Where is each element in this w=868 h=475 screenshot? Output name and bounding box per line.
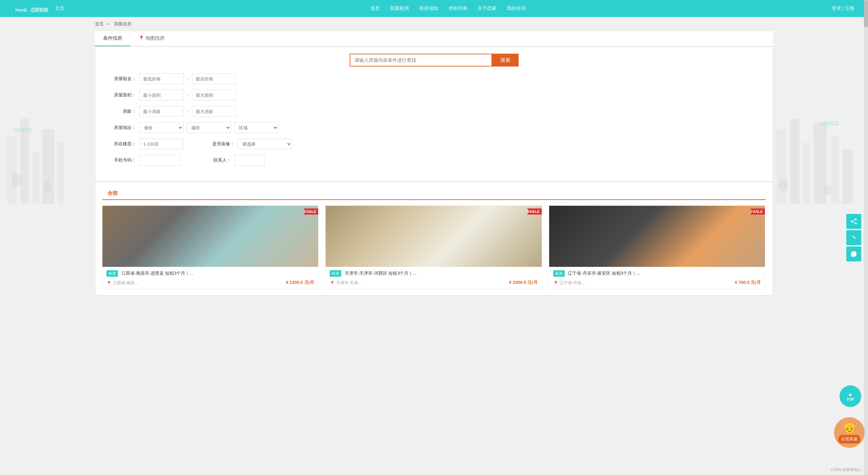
breadcrumb: 首页 > 我要租房	[0, 17, 868, 31]
scrollbar-thumb[interactable]	[864, 0, 868, 27]
tab-condition[interactable]: 条件找房	[95, 31, 130, 46]
tab-map[interactable]: 📍 地图找房	[130, 31, 173, 46]
header-left: HomE 恋家租租 北京	[14, 3, 64, 14]
search-button[interactable]: 搜索	[492, 54, 519, 67]
card-image: SALE	[326, 206, 541, 267]
header: HomE 恋家租租 北京 首页 我要租房 租前须知 求租列表 关于恋家 我的合同…	[0, 0, 868, 17]
card-info: 标准 辽宁省-丹东市-振安区 短租3个月｜... 📍 辽宁省-丹东... ¥ 7…	[549, 267, 765, 289]
card-location: 📍 天津市-天津...	[330, 280, 361, 286]
decoration-select[interactable]: 请选择	[238, 139, 292, 149]
rent-max-input[interactable]	[192, 73, 236, 84]
note-button[interactable]: ✎	[846, 230, 861, 245]
svg-point-2	[855, 222, 857, 224]
card-image: SALE	[102, 206, 318, 267]
card-image: SALE	[549, 206, 765, 267]
area-filter-row: 房屋面积： -	[109, 90, 759, 101]
decoration-label: 是否装修：	[211, 141, 234, 147]
main-nav: 首页 我要租房 租前须知 求租列表 关于恋家 我的合同	[370, 5, 526, 12]
age-label: 房龄：	[109, 108, 136, 114]
card-price: ¥ 1200.0 元/月	[286, 279, 314, 286]
floor-label: 所在楼层：	[109, 141, 136, 147]
province-select[interactable]: 省份	[139, 122, 184, 133]
age-max-input[interactable]	[192, 106, 236, 117]
age-dash: -	[187, 109, 189, 114]
svg-line-3	[852, 220, 855, 221]
address-filter-row: 房屋地址： 省份 城市 区域	[109, 122, 759, 133]
card-location: 📍 江西省-南昌...	[107, 280, 138, 286]
listing-card[interactable]: SALE 标准 江西省-南昌市-进贤县 短租3个月｜... 📍 江西省-南昌..…	[102, 205, 319, 290]
svg-point-1	[851, 220, 853, 222]
address-label: 房屋地址：	[109, 125, 136, 131]
listing-card[interactable]: SALE 标准 天津市-天津市-河西区 短租3个月｜... 📍 天津市-天津..…	[325, 205, 542, 290]
svg-point-0	[855, 218, 857, 220]
results-tab-all[interactable]: 全部	[102, 187, 123, 199]
nav-home[interactable]: 首页	[370, 5, 380, 12]
tab-bar: 条件找房 📍 地图找房	[95, 31, 773, 47]
card-price: ¥ 700.0 元/月	[735, 279, 761, 286]
search-panel: 搜索 房屋租金： - 房屋面积： - 房龄： - 房屋地址： 省份	[95, 47, 773, 182]
area-label: 房屋面积：	[109, 92, 136, 98]
area-min-input[interactable]	[139, 90, 184, 101]
scrollbar[interactable]	[864, 0, 868, 309]
rent-dash: -	[187, 76, 189, 81]
phone-label: 手机号码：	[109, 157, 136, 163]
contact-input[interactable]	[234, 155, 265, 166]
breadcrumb-current: 我要租房	[114, 21, 132, 26]
card-title: 辽宁省-丹东市-振安区 短租3个月｜...	[568, 271, 640, 276]
card-price: ¥ 2000.0 元/月	[509, 279, 538, 286]
card-info: 标准 天津市-天津市-河西区 短租3个月｜... 📍 天津市-天津... ¥ 2…	[326, 267, 541, 289]
card-tag: 标准	[553, 270, 565, 277]
wechat-button[interactable]	[846, 246, 861, 261]
breadcrumb-home[interactable]: 首页	[95, 21, 104, 26]
sale-badge: SALE	[304, 208, 318, 215]
rent-label: 房屋租金：	[109, 76, 136, 82]
listings-grid: SALE 标准 江西省-南昌市-进贤县 短租3个月｜... 📍 江西省-南昌..…	[102, 205, 766, 290]
contact-label: 联系人：	[207, 157, 231, 163]
results-section: 全部 SALE 标准 江西省-南昌市-进贤县 短租3个月｜... 📍 江西省-南…	[95, 182, 773, 295]
age-min-input[interactable]	[139, 106, 184, 117]
card-title: 天津市-天津市-河西区 短租3个月｜...	[345, 271, 417, 276]
rent-min-input[interactable]	[139, 73, 184, 84]
card-info: 标准 江西省-南昌市-进贤县 短租3个月｜... 📍 江西省-南昌... ¥ 1…	[102, 267, 318, 289]
card-location: 📍 辽宁省-丹东...	[553, 280, 585, 286]
logo-sub: 恋家租租	[31, 7, 48, 13]
floor-decoration-row: 所在楼层： 是否装修： 请选择	[109, 139, 759, 149]
nav-contract[interactable]: 我的合同	[507, 5, 526, 12]
sale-badge: SALE	[750, 208, 765, 215]
results-tabs: 全部	[102, 187, 766, 200]
breadcrumb-separator: >	[107, 21, 110, 26]
search-bar: 搜索	[109, 54, 759, 67]
search-input[interactable]	[350, 54, 492, 67]
nav-about[interactable]: 关于恋家	[478, 5, 497, 12]
listing-card[interactable]: SALE 标准 辽宁省-丹东市-振安区 短租3个月｜... 📍 辽宁省-丹东..…	[549, 205, 765, 290]
card-tag: 标准	[330, 270, 341, 277]
nav-rent[interactable]: 我要租房	[390, 5, 409, 12]
nav-seek-list[interactable]: 求租列表	[448, 5, 467, 12]
sidebar-float: ✎	[846, 214, 861, 261]
auth-area[interactable]: 登录 | 注册	[832, 5, 854, 12]
area-dash: -	[187, 92, 189, 98]
rent-filter-row: 房屋租金： -	[109, 73, 759, 84]
share-button[interactable]	[846, 214, 861, 229]
age-filter-row: 房龄： -	[109, 106, 759, 117]
card-tag: 标准	[107, 270, 118, 277]
area-max-input[interactable]	[192, 90, 236, 101]
nav-pre-rent[interactable]: 租前须知	[419, 5, 438, 12]
floor-input[interactable]	[139, 139, 184, 149]
card-title: 江西省-南昌市-进贤县 短租3个月｜...	[121, 271, 193, 276]
main-content: 条件找房 📍 地图找房 搜索 房屋租金： - 房屋面积： - 房龄： -	[0, 31, 868, 309]
sale-badge: SALE	[527, 208, 541, 215]
city-label: 北京	[55, 5, 64, 12]
phone-contact-row: 手机号码： 联系人：	[109, 155, 759, 166]
logo-text: HomE	[15, 7, 27, 13]
logo[interactable]: HomE 恋家租租	[14, 3, 48, 14]
phone-input[interactable]	[139, 155, 180, 166]
svg-line-4	[852, 222, 855, 223]
district-select[interactable]: 区域	[234, 122, 278, 133]
city-select[interactable]: 城市	[187, 122, 231, 133]
